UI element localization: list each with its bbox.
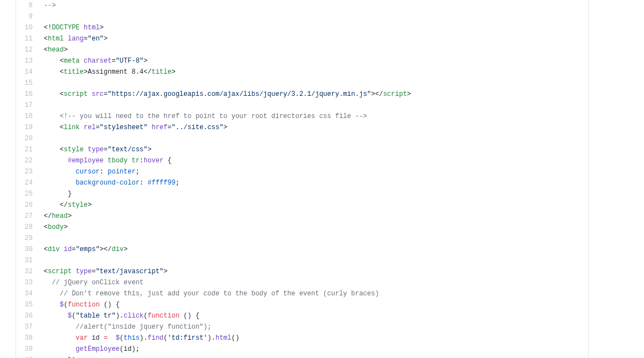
code-line[interactable]: <div id="emps"></div> bbox=[44, 244, 588, 255]
code-line[interactable]: <body> bbox=[44, 222, 588, 233]
code-line[interactable]: #employee tbody tr:hover { bbox=[44, 155, 588, 166]
line-number[interactable]: 19 bbox=[18, 122, 33, 133]
line-number[interactable]: 17 bbox=[18, 100, 33, 111]
line-number[interactable]: 33 bbox=[18, 277, 33, 288]
code-line[interactable]: } bbox=[44, 188, 588, 200]
line-number-gutter: 8910111213141516171819202122232425262728… bbox=[16, 0, 38, 358]
line-number[interactable]: 24 bbox=[18, 177, 33, 188]
code-line[interactable]: <script src="https://ajax.googleapis.com… bbox=[44, 89, 588, 100]
line-number[interactable]: 23 bbox=[18, 166, 33, 177]
line-number[interactable]: 22 bbox=[18, 155, 33, 166]
code-content[interactable]: --> <!DOCTYPE html><html lang="en"><head… bbox=[38, 0, 588, 358]
code-line[interactable]: var id = $(this).find('td:first').html() bbox=[44, 333, 588, 344]
code-line[interactable]: $("table tr").click(function () { bbox=[44, 310, 588, 321]
code-line[interactable] bbox=[44, 233, 588, 244]
line-number[interactable]: 9 bbox=[18, 11, 33, 22]
line-number[interactable]: 11 bbox=[18, 33, 33, 44]
code-line[interactable]: <style type="text/css"> bbox=[44, 144, 588, 155]
code-line[interactable]: <!-- you will need to the href to point … bbox=[44, 111, 588, 122]
code-line[interactable]: $(function () { bbox=[44, 299, 588, 310]
code-line[interactable] bbox=[44, 255, 588, 266]
line-number[interactable]: 15 bbox=[18, 78, 33, 89]
code-line[interactable]: // Don't remove this, just add your code… bbox=[44, 288, 588, 299]
line-number[interactable]: 12 bbox=[18, 44, 33, 55]
code-line[interactable]: getEmployee(id); bbox=[44, 344, 588, 355]
code-line[interactable] bbox=[44, 11, 588, 22]
line-number[interactable]: 25 bbox=[18, 188, 33, 200]
line-number[interactable]: 31 bbox=[18, 255, 33, 266]
line-number[interactable]: 28 bbox=[18, 222, 33, 233]
line-number[interactable]: 13 bbox=[18, 55, 33, 67]
code-line[interactable]: cursor: pointer; bbox=[44, 166, 588, 177]
code-line[interactable]: background-color: #ffff99; bbox=[44, 177, 588, 188]
line-number[interactable]: 8 bbox=[18, 0, 33, 11]
code-line[interactable]: <meta charset="UTF-8"> bbox=[44, 55, 588, 67]
code-line[interactable] bbox=[44, 100, 588, 111]
code-line[interactable]: <title>Assignment 8.4</title> bbox=[44, 67, 588, 78]
line-number[interactable]: 39 bbox=[18, 344, 33, 355]
line-number[interactable]: 35 bbox=[18, 299, 33, 310]
line-number[interactable]: 38 bbox=[18, 333, 33, 344]
code-line[interactable]: <link rel="stylesheet" href="../site.css… bbox=[44, 122, 588, 133]
line-number[interactable]: 37 bbox=[18, 321, 33, 333]
code-line[interactable]: }) bbox=[44, 355, 588, 358]
code-line[interactable]: --> bbox=[44, 0, 588, 11]
line-number[interactable]: 10 bbox=[18, 22, 33, 33]
code-line[interactable]: </head> bbox=[44, 211, 588, 222]
line-number[interactable]: 27 bbox=[18, 211, 33, 222]
code-line[interactable]: <!DOCTYPE html> bbox=[44, 22, 588, 33]
line-number[interactable]: 40 bbox=[18, 355, 33, 358]
code-line[interactable] bbox=[44, 78, 588, 89]
line-number[interactable]: 30 bbox=[18, 244, 33, 255]
code-line[interactable] bbox=[44, 133, 588, 144]
line-number[interactable]: 18 bbox=[18, 111, 33, 122]
code-line[interactable]: <script type="text/javascript"> bbox=[44, 266, 588, 277]
line-number[interactable]: 21 bbox=[18, 144, 33, 155]
line-number[interactable]: 14 bbox=[18, 67, 33, 78]
code-line[interactable]: <html lang="en"> bbox=[44, 33, 588, 44]
line-number[interactable]: 32 bbox=[18, 266, 33, 277]
code-line[interactable]: <head> bbox=[44, 44, 588, 55]
code-viewer: 8910111213141516171819202122232425262728… bbox=[16, 0, 589, 358]
code-line[interactable]: // jQuery onClick event bbox=[44, 277, 588, 288]
line-number[interactable]: 29 bbox=[18, 233, 33, 244]
line-number[interactable]: 34 bbox=[18, 288, 33, 299]
code-line[interactable]: //alert("inside jquery function"); bbox=[44, 321, 588, 333]
line-number[interactable]: 16 bbox=[18, 89, 33, 100]
line-number[interactable]: 26 bbox=[18, 200, 33, 211]
line-number[interactable]: 20 bbox=[18, 133, 33, 144]
line-number[interactable]: 36 bbox=[18, 310, 33, 321]
code-line[interactable]: </style> bbox=[44, 200, 588, 211]
